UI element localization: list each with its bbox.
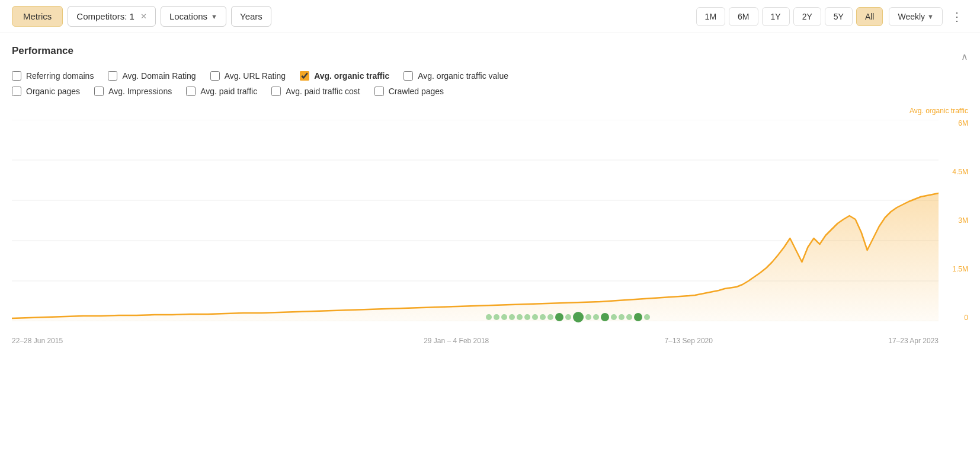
cb-crawled-pages-label: Crawled pages bbox=[389, 87, 444, 96]
green-dot bbox=[547, 314, 553, 320]
cb-referring-domains-label: Referring domains bbox=[26, 71, 94, 81]
chevron-down-icon: ▼ bbox=[927, 13, 934, 20]
checkboxes-row-2: Organic pages Avg. Impressions Avg. paid… bbox=[12, 87, 968, 96]
green-dot bbox=[565, 314, 571, 320]
x-label-2020: 7–13 Sep 2020 bbox=[665, 337, 713, 345]
x-label-2015: 22–28 Jun 2015 bbox=[12, 337, 63, 345]
checkbox-referring-domains[interactable]: Referring domains bbox=[12, 71, 94, 81]
green-dot bbox=[517, 314, 523, 320]
time-6m-button[interactable]: 6M bbox=[729, 7, 758, 26]
locations-label: Locations bbox=[169, 11, 207, 21]
cb-avg-url-rating[interactable] bbox=[210, 71, 220, 81]
cb-avg-domain-rating-label: Avg. Domain Rating bbox=[122, 71, 196, 81]
green-dot bbox=[486, 314, 492, 320]
checkbox-avg-url-rating[interactable]: Avg. URL Rating bbox=[210, 71, 286, 81]
checkbox-crawled-pages[interactable]: Crawled pages bbox=[374, 87, 444, 96]
green-dot bbox=[644, 314, 650, 320]
metrics-button[interactable]: Metrics bbox=[12, 6, 63, 27]
checkbox-avg-organic-traffic[interactable]: Avg. organic traffic bbox=[300, 71, 389, 81]
locations-button[interactable]: Locations ▼ bbox=[161, 6, 226, 27]
x-labels: 22–28 Jun 2015 29 Jan – 4 Feb 2018 7–13 … bbox=[12, 337, 939, 345]
performance-title: Performance bbox=[12, 45, 73, 57]
toolbar-right: 1M 6M 1Y 2Y 5Y All Weekly ▼ ⋮ bbox=[696, 7, 968, 26]
y-label-0: 0 bbox=[940, 314, 968, 321]
cb-avg-organic-traffic-value[interactable] bbox=[403, 71, 413, 81]
checkbox-avg-paid-traffic[interactable]: Avg. paid traffic bbox=[186, 87, 257, 96]
x-label-2018: 29 Jan – 4 Feb 2018 bbox=[424, 337, 489, 345]
collapse-button[interactable]: ∧ bbox=[961, 51, 968, 62]
competitors-button[interactable]: Competitors: 1 ✕ bbox=[68, 6, 156, 27]
green-dot bbox=[540, 314, 546, 320]
green-dot bbox=[494, 314, 499, 320]
x-label-2023: 17–23 Apr 2023 bbox=[888, 337, 939, 345]
checkbox-avg-paid-traffic-cost[interactable]: Avg. paid traffic cost bbox=[271, 87, 360, 96]
y-labels: 6M 4.5M 3M 1.5M 0 bbox=[940, 120, 968, 321]
cb-avg-paid-traffic-cost-label: Avg. paid traffic cost bbox=[286, 87, 360, 96]
cb-avg-paid-traffic-label: Avg. paid traffic bbox=[200, 87, 257, 96]
y-axis-label: Avg. organic traffic bbox=[909, 107, 968, 115]
more-options-button[interactable]: ⋮ bbox=[946, 7, 968, 26]
green-dot bbox=[509, 314, 515, 320]
cb-avg-organic-traffic-value-label: Avg. organic traffic value bbox=[418, 71, 508, 81]
green-dot-large bbox=[573, 312, 584, 322]
green-dot-dark bbox=[634, 313, 642, 321]
green-dot bbox=[593, 314, 599, 320]
cb-organic-pages[interactable] bbox=[12, 87, 21, 96]
years-label: Years bbox=[240, 11, 262, 21]
cb-referring-domains[interactable] bbox=[12, 71, 21, 81]
checkbox-avg-domain-rating[interactable]: Avg. Domain Rating bbox=[108, 71, 196, 81]
time-all-button[interactable]: All bbox=[856, 7, 883, 26]
weekly-label: Weekly bbox=[898, 12, 925, 21]
weekly-button[interactable]: Weekly ▼ bbox=[889, 7, 943, 26]
checkbox-avg-impressions[interactable]: Avg. Impressions bbox=[94, 87, 172, 96]
cb-avg-domain-rating[interactable] bbox=[108, 71, 117, 81]
cb-avg-organic-traffic[interactable] bbox=[300, 71, 309, 81]
green-dot bbox=[524, 314, 530, 320]
green-dot bbox=[611, 314, 617, 320]
close-icon[interactable]: ✕ bbox=[140, 12, 147, 21]
cb-avg-url-rating-label: Avg. URL Rating bbox=[225, 71, 286, 81]
chart-svg bbox=[12, 120, 939, 321]
green-dot bbox=[619, 314, 624, 320]
green-dot bbox=[585, 314, 591, 320]
years-button[interactable]: Years bbox=[231, 6, 271, 27]
y-label-3m: 3M bbox=[940, 217, 968, 224]
green-dot bbox=[626, 314, 632, 320]
green-dot bbox=[501, 314, 507, 320]
y-label-15m: 1.5M bbox=[940, 266, 968, 273]
green-dots-row bbox=[486, 312, 939, 322]
cb-avg-paid-traffic[interactable] bbox=[186, 87, 196, 96]
cb-avg-paid-traffic-cost[interactable] bbox=[271, 87, 281, 96]
time-5y-button[interactable]: 5Y bbox=[825, 7, 853, 26]
chevron-down-icon: ▼ bbox=[211, 13, 217, 20]
competitors-label: Competitors: 1 bbox=[76, 11, 134, 21]
cb-avg-impressions-label: Avg. Impressions bbox=[108, 87, 172, 96]
toolbar-left: Metrics Competitors: 1 ✕ Locations ▼ Yea… bbox=[12, 6, 271, 27]
y-label-6m: 6M bbox=[940, 120, 968, 127]
green-dot-dark bbox=[555, 313, 563, 321]
checkbox-organic-pages[interactable]: Organic pages bbox=[12, 87, 80, 96]
toolbar: Metrics Competitors: 1 ✕ Locations ▼ Yea… bbox=[0, 0, 980, 33]
cb-avg-organic-traffic-label: Avg. organic traffic bbox=[314, 71, 389, 81]
performance-section: Performance ∧ Referring domains Avg. Dom… bbox=[0, 33, 980, 96]
green-dot-dark bbox=[601, 313, 609, 321]
chart-area: Avg. organic traffic 6M 4.5M 3M 1.5M 0 bbox=[12, 102, 968, 351]
green-dot bbox=[532, 314, 538, 320]
checkbox-avg-organic-traffic-value[interactable]: Avg. organic traffic value bbox=[403, 71, 508, 81]
time-1m-button[interactable]: 1M bbox=[696, 7, 725, 26]
checkboxes-row-1: Referring domains Avg. Domain Rating Avg… bbox=[12, 71, 968, 81]
time-2y-button[interactable]: 2Y bbox=[793, 7, 821, 26]
y-label-45m: 4.5M bbox=[940, 168, 968, 175]
cb-avg-impressions[interactable] bbox=[94, 87, 104, 96]
time-1y-button[interactable]: 1Y bbox=[762, 7, 790, 26]
cb-organic-pages-label: Organic pages bbox=[26, 87, 80, 96]
chart-container: Avg. organic traffic 6M 4.5M 3M 1.5M 0 bbox=[0, 102, 980, 351]
cb-crawled-pages[interactable] bbox=[374, 87, 384, 96]
